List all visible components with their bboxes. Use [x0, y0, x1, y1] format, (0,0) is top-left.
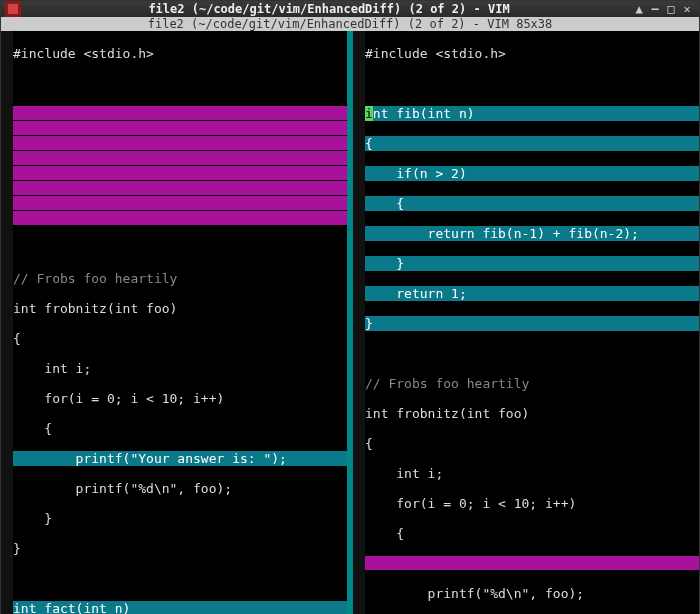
vim-window: file2 (~/code/git/vim/EnhancedDiff) (2 o… [0, 0, 700, 614]
code-line: for(i = 0; i < 10; i++) [13, 391, 347, 406]
maximize-button[interactable]: □ [663, 2, 679, 16]
vim-titlebar: file2 (~/code/git/vim/EnhancedDiff) (2 o… [1, 17, 699, 31]
code-line: { [13, 331, 347, 346]
minimize-button[interactable]: – [647, 2, 663, 16]
svg-rect-1 [8, 4, 18, 14]
rollup-button[interactable]: ▲ [631, 2, 647, 16]
vim-title-text: file2 (~/code/git/vim/EnhancedDiff) (2 o… [148, 17, 553, 31]
code-line: printf("%d\n", foo); [365, 586, 699, 601]
window-title: file2 (~/code/git/vim/EnhancedDiff) (2 o… [27, 2, 631, 16]
code-line: #include <stdio.h> [13, 46, 347, 61]
blank-line [365, 346, 699, 361]
left-code[interactable]: #include <stdio.h> // Frobs foo heartily… [13, 31, 347, 614]
diff-added-line: { [365, 196, 699, 211]
right-code[interactable]: #include <stdio.h> int fib(int n) { if(n… [365, 31, 699, 614]
titlebar[interactable]: file2 (~/code/git/vim/EnhancedDiff) (2 o… [1, 1, 699, 17]
diff-deleted-block [13, 106, 347, 226]
diff-added-line: return fib(n-1) + fib(n-2); [365, 226, 699, 241]
right-pane[interactable]: #include <stdio.h> int fib(int n) { if(n… [353, 31, 699, 614]
code-line: { [365, 436, 699, 451]
left-pane[interactable]: #include <stdio.h> // Frobs foo heartily… [1, 31, 347, 614]
diff-added-line: } [365, 316, 699, 331]
diff-added-line: int fib(int n) [365, 106, 699, 121]
code-line: int frobnitz(int foo) [365, 406, 699, 421]
code-line: int i; [365, 466, 699, 481]
code-line: // Frobs foo heartily [13, 271, 347, 286]
code-line: printf("%d\n", foo); [13, 481, 347, 496]
blank-line [13, 571, 347, 586]
app-icon [5, 1, 21, 17]
code-line: // Frobs foo heartily [365, 376, 699, 391]
code-line: for(i = 0; i < 10; i++) [365, 496, 699, 511]
diff-added-line: int fact(int n) [13, 601, 347, 614]
left-fold-column[interactable] [1, 31, 13, 614]
diff-added-line: printf("Your answer is: "); [13, 451, 347, 466]
cursor: i [365, 106, 373, 121]
blank-line [13, 241, 347, 256]
diff-added-line: if(n > 2) [365, 166, 699, 181]
code-line: int frobnitz(int foo) [13, 301, 347, 316]
editor-area[interactable]: #include <stdio.h> // Frobs foo heartily… [1, 31, 699, 614]
code-line [365, 76, 699, 91]
code-line: #include <stdio.h> [365, 46, 699, 61]
code-line: } [13, 511, 347, 526]
diff-deleted-block [365, 556, 699, 571]
diff-added-line: { [365, 136, 699, 151]
code-line: } [13, 541, 347, 556]
diff-added-line: return 1; [365, 286, 699, 301]
code-line: { [13, 421, 347, 436]
code-line [13, 76, 347, 91]
code-text: nt fib(int n) [373, 106, 475, 121]
right-fold-column[interactable] [353, 31, 365, 614]
code-line: { [365, 526, 699, 541]
close-button[interactable]: ✕ [679, 2, 695, 16]
code-line: int i; [13, 361, 347, 376]
diff-added-line: } [365, 256, 699, 271]
